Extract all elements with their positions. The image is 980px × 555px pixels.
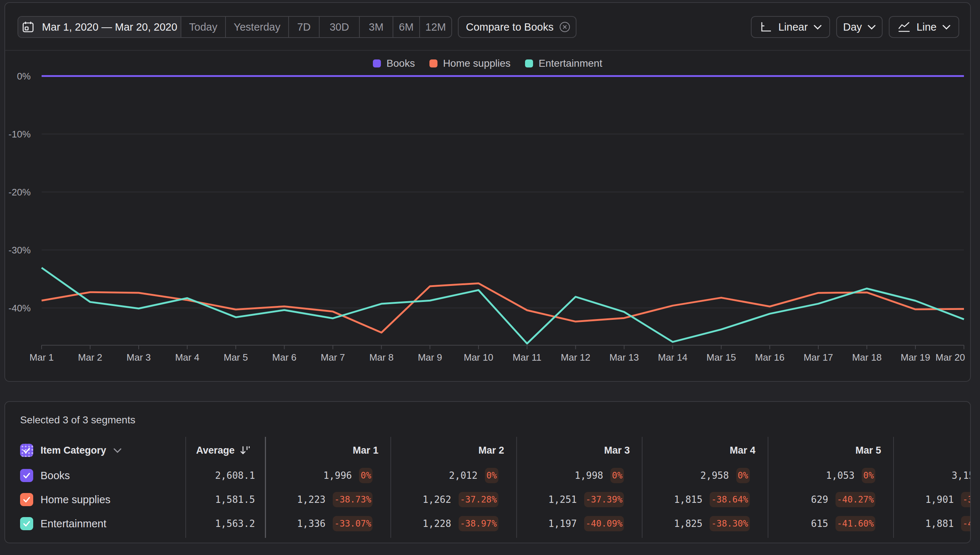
interval-dropdown-label: Day — [843, 21, 862, 33]
date-column-label: Mar 5 — [855, 445, 881, 456]
axis-scale-icon — [759, 21, 773, 34]
cell-value: 1,223 — [297, 494, 325, 505]
percent-change-badge: -38.97% — [459, 516, 498, 531]
chevron-down-icon — [942, 25, 950, 29]
value-cell: 1,9960% — [265, 464, 373, 488]
average-value: 1,581.5 — [215, 494, 255, 505]
preset-label: 6M — [399, 21, 413, 33]
average-value-cell: 1,563.2 — [185, 512, 255, 536]
preset-yesterday[interactable]: Yesterday — [225, 17, 288, 37]
x-axis-tick-label: Mar 20 — [935, 352, 965, 363]
value-cell: 1,825-38.30% — [642, 512, 749, 536]
select-all-checkbox[interactable] — [20, 444, 33, 457]
date-column-header[interactable]: Mar 3 — [516, 437, 630, 464]
series-line-entertainment[interactable] — [42, 268, 964, 343]
value-cell: 2,9580% — [642, 464, 749, 488]
x-axis-tick-label: Mar 8 — [369, 352, 393, 363]
value-cell: 1,262-37.28% — [390, 488, 498, 512]
percent-change-badge: -38.73% — [333, 492, 373, 507]
average-column-label: Average — [196, 445, 235, 456]
line-chart[interactable]: 0%-10%-20%-30%-40%Mar 1Mar 2Mar 3Mar 4Ma… — [5, 50, 972, 383]
preset-label: 3M — [369, 21, 384, 33]
percent-change-badge: -38.30% — [710, 516, 749, 531]
value-cell: 615-41.60% — [768, 512, 875, 536]
x-axis-tick-label: Mar 19 — [900, 352, 930, 363]
preset-label: Yesterday — [234, 21, 281, 33]
scale-dropdown[interactable]: Linear — [751, 16, 830, 38]
cell-value: 1,825 — [674, 518, 702, 529]
cell-value: 3,154 — [951, 470, 971, 481]
date-range-button[interactable]: Mar 1, 2020 — Mar 20, 2020 — [18, 17, 181, 37]
preset-3m[interactable]: 3M — [359, 17, 393, 37]
sort-descending-icon[interactable] — [239, 444, 251, 456]
cell-value: 1,262 — [423, 494, 451, 505]
y-axis-tick-label: -30% — [8, 245, 31, 256]
value-cell: 1,881-40.36% — [893, 512, 971, 536]
row-checkbox[interactable] — [20, 493, 33, 506]
compare-chip[interactable]: Compare to Books — [458, 16, 577, 38]
row-label: Entertainment — [40, 518, 106, 530]
date-column-header[interactable]: Mar 6 — [893, 437, 971, 464]
x-axis-tick-label: Mar 2 — [78, 352, 102, 363]
y-axis-tick-label: -40% — [8, 303, 31, 314]
row-label: Books — [40, 470, 70, 482]
chevron-down-icon — [814, 25, 822, 29]
percent-change-badge: -40.09% — [584, 516, 624, 531]
preset-label: 7D — [297, 21, 310, 33]
preset-label: 12M — [426, 21, 446, 33]
table-row-home-supplies: Home supplies — [20, 488, 111, 512]
date-column-header[interactable]: Mar 2 — [390, 437, 504, 464]
interval-dropdown[interactable]: Day — [836, 16, 883, 38]
chart-card: Mar 1, 2020 — Mar 20, 2020 TodayYesterda… — [4, 2, 971, 382]
date-column-header[interactable]: Mar 1 — [265, 437, 378, 464]
percent-change-badge: -37.39% — [584, 492, 624, 507]
percent-change-badge: 0% — [610, 468, 624, 483]
cell-value: 1,901 — [925, 494, 954, 505]
cell-value: 2,012 — [449, 470, 477, 481]
preset-today[interactable]: Today — [181, 17, 225, 37]
date-column-label: Mar 2 — [478, 445, 504, 456]
row-checkbox[interactable] — [20, 517, 33, 530]
chart-type-dropdown[interactable]: Line — [889, 16, 959, 38]
x-axis-tick-label: Mar 15 — [706, 352, 736, 363]
cell-value: 1,996 — [323, 470, 352, 481]
line-chart-icon — [898, 21, 911, 34]
chart-type-dropdown-label: Line — [917, 21, 937, 33]
compare-chip-label: Compare to Books — [466, 21, 553, 33]
x-axis-tick-label: Mar 5 — [224, 352, 248, 363]
date-range-control: Mar 1, 2020 — Mar 20, 2020 TodayYesterda… — [18, 16, 452, 38]
percent-change-badge: -41.60% — [835, 516, 875, 531]
value-cell: 1,251-37.39% — [516, 488, 624, 512]
date-column-header[interactable]: Mar 5 — [768, 437, 881, 464]
x-axis-tick-label: Mar 17 — [803, 352, 833, 363]
row-checkbox[interactable] — [20, 469, 33, 482]
analytics-dashboard: Mar 1, 2020 — Mar 20, 2020 TodayYesterda… — [0, 0, 980, 555]
chevron-down-icon[interactable] — [114, 448, 122, 453]
percent-change-badge: -40.27% — [835, 492, 875, 507]
cell-value: 1,251 — [548, 494, 577, 505]
date-column-header[interactable]: Mar 4 — [642, 437, 755, 464]
cell-value: 1,228 — [423, 518, 451, 529]
preset-30d[interactable]: 30D — [319, 17, 359, 37]
x-axis-tick-label: Mar 12 — [561, 352, 590, 363]
x-axis-tick-label: Mar 10 — [464, 352, 493, 363]
value-cell: 1,815-38.64% — [642, 488, 749, 512]
cell-value: 2,958 — [700, 470, 729, 481]
percent-change-badge: 0% — [736, 468, 750, 483]
value-cell: 2,0120% — [390, 464, 498, 488]
average-column-header[interactable]: Average — [185, 437, 251, 464]
chart-toolbar: Mar 1, 2020 — Mar 20, 2020 TodayYesterda… — [5, 16, 970, 38]
cell-value: 1,197 — [548, 518, 577, 529]
date-column-label: Mar 1 — [353, 445, 379, 456]
value-cell: 1,0530% — [768, 464, 875, 488]
x-axis-tick-label: Mar 18 — [852, 352, 882, 363]
preset-6m[interactable]: 6M — [393, 17, 419, 37]
x-axis-tick-label: Mar 3 — [127, 352, 151, 363]
group-column-header[interactable]: Item Category — [20, 437, 122, 464]
value-cell: 629-40.27% — [768, 488, 875, 512]
value-cell: 1,9980% — [516, 464, 624, 488]
preset-7d[interactable]: 7D — [288, 17, 319, 37]
remove-compare-icon[interactable] — [559, 21, 570, 32]
date-column-label: Mar 3 — [604, 445, 630, 456]
preset-12m[interactable]: 12M — [419, 17, 451, 37]
